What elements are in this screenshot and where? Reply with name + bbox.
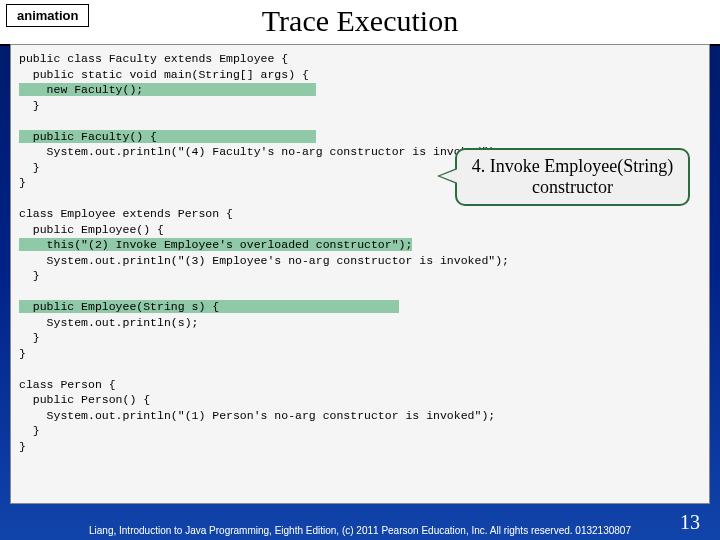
code-panel: public class Faculty extends Employee { …	[10, 44, 710, 504]
slide-title: Trace Execution	[0, 0, 720, 46]
code-line: }	[19, 99, 40, 112]
code-line-highlighted: this("(2) Invoke Employee's overloaded c…	[19, 238, 412, 251]
code-line-highlighted: public Employee(String s) {	[19, 300, 399, 313]
code-line: }	[19, 331, 40, 344]
code-line-highlighted: new Faculty();	[19, 83, 316, 96]
step-callout: 4. Invoke Employee(String) constructor	[455, 148, 690, 206]
code-line: public Employee() {	[19, 223, 164, 236]
footer-text: Liang, Introduction to Java Programming,…	[0, 525, 720, 536]
code-line: }	[19, 269, 40, 282]
code-line-highlighted: public Faculty() {	[19, 130, 316, 143]
code-line: public class Faculty extends Employee {	[19, 52, 288, 65]
code-line: }	[19, 176, 26, 189]
code-line: class Employee extends Person {	[19, 207, 233, 220]
code-line: }	[19, 347, 26, 360]
title-bar: animation Trace Execution	[0, 0, 720, 44]
code-line: System.out.println(s);	[19, 316, 198, 329]
code-line: }	[19, 424, 40, 437]
code-line: System.out.println("(4) Faculty's no-arg…	[19, 145, 502, 158]
animation-label: animation	[6, 4, 89, 27]
code-line: }	[19, 161, 40, 174]
code-line: System.out.println("(1) Person's no-arg …	[19, 409, 495, 422]
code-line: }	[19, 440, 26, 453]
page-number: 13	[680, 511, 700, 534]
code-line: class Person {	[19, 378, 116, 391]
code-line: public static void main(String[] args) {	[19, 68, 309, 81]
code-line: public Person() {	[19, 393, 150, 406]
code-line: System.out.println("(3) Employee's no-ar…	[19, 254, 509, 267]
